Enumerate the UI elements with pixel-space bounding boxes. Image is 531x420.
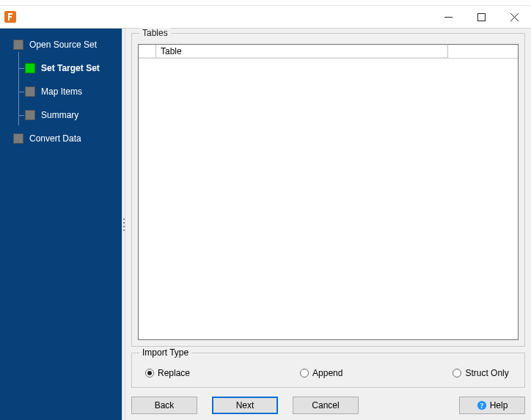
sidebar-item-summary[interactable]: Summary [0, 103, 122, 127]
tables-group: Tables Table [131, 33, 525, 347]
main-panel: Tables Table Import Type Replace Append [125, 29, 531, 420]
sidebar-item-set-target-set[interactable]: Set Target Set [0, 56, 122, 80]
sidebar-item-label: Summary [41, 110, 78, 120]
step-marker-icon [13, 133, 23, 144]
import-type-legend: Import Type [139, 347, 191, 358]
button-label: Cancel [312, 400, 339, 410]
step-marker-icon [13, 40, 23, 50]
help-icon: ? [477, 400, 487, 410]
maximize-button[interactable] [465, 6, 498, 28]
sidebar-item-label: Map Items [41, 86, 82, 97]
button-label: Next [236, 400, 254, 410]
column-header-check[interactable] [139, 45, 156, 58]
radio-label: Struct Only [465, 368, 508, 378]
radio-struct-only[interactable]: Struct Only [453, 368, 508, 378]
app-icon [4, 11, 16, 23]
import-type-group: Import Type Replace Append Struct Only [131, 353, 525, 388]
radio-icon [453, 369, 461, 377]
wizard-steps-sidebar: Open Source Set Set Target Set Map Items… [0, 29, 122, 420]
radio-label: Append [312, 368, 343, 378]
tables-list[interactable]: Table [138, 44, 519, 340]
button-label: Help [490, 400, 508, 410]
step-marker-icon [25, 86, 35, 97]
sidebar-item-convert-data[interactable]: Convert Data [0, 127, 122, 150]
table-header-row: Table [139, 45, 518, 59]
minimize-button[interactable] [432, 6, 465, 28]
svg-text:?: ? [480, 402, 483, 410]
radio-icon [145, 369, 154, 377]
button-row: Back Next Cancel ? Help [131, 397, 525, 414]
radio-icon [300, 369, 309, 377]
step-marker-icon [25, 110, 35, 120]
splitter-handle[interactable] [122, 29, 125, 420]
radio-append[interactable]: Append [300, 368, 343, 378]
button-label: Back [155, 400, 175, 410]
titlebar [0, 6, 531, 28]
sidebar-item-map-items[interactable]: Map Items [0, 80, 122, 103]
help-button[interactable]: ? Help [459, 397, 525, 414]
step-marker-active-icon [25, 63, 35, 73]
tables-legend: Tables [139, 28, 171, 38]
sidebar-item-label: Set Target Set [41, 63, 100, 73]
svg-rect-2 [478, 13, 486, 21]
radio-replace[interactable]: Replace [145, 368, 190, 378]
cancel-button[interactable]: Cancel [293, 397, 359, 414]
window-controls [432, 6, 531, 28]
radio-label: Replace [158, 368, 190, 378]
sidebar-item-label: Convert Data [29, 133, 81, 144]
sidebar-item-open-source-set[interactable]: Open Source Set [0, 33, 122, 56]
titlebar-faded-text [0, 0, 531, 6]
close-button[interactable] [498, 6, 531, 28]
sidebar-item-label: Open Source Set [29, 40, 97, 50]
back-button[interactable]: Back [131, 397, 197, 414]
next-button[interactable]: Next [212, 397, 278, 414]
column-header-table[interactable]: Table [156, 45, 448, 58]
splitter-grip-icon [122, 217, 125, 232]
